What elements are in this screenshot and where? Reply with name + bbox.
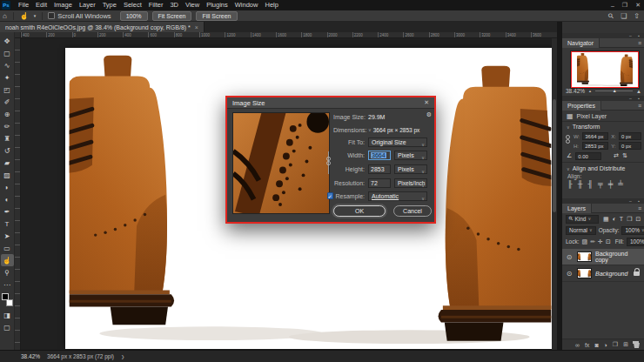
align-icon[interactable]: ╫ bbox=[578, 180, 583, 188]
tool-icon[interactable]: ◗ bbox=[1, 181, 14, 193]
y-field[interactable]: 0 px bbox=[619, 142, 641, 150]
filter-icon[interactable]: ❐ bbox=[627, 216, 632, 223]
menu-item[interactable]: Help bbox=[261, 1, 281, 9]
menu-item[interactable]: Type bbox=[99, 1, 120, 9]
slider-thumb-icon[interactable]: ▲ bbox=[613, 88, 617, 93]
layer-name[interactable]: Background copy bbox=[595, 251, 642, 263]
tool-icon[interactable]: ⋯ bbox=[1, 278, 14, 291]
resolution-unit-select[interactable]: Pixels/Inch ∨ bbox=[394, 178, 427, 188]
tool-icon[interactable]: ↺ bbox=[1, 144, 14, 157]
panel-menu-icon[interactable]: ≡ bbox=[638, 103, 641, 109]
tool-icon[interactable]: ✦ bbox=[1, 71, 14, 84]
ok-button[interactable]: OK bbox=[333, 205, 386, 217]
search-icon[interactable]: ⚲ bbox=[607, 11, 616, 21]
menu-item[interactable]: Edit bbox=[32, 1, 50, 9]
zoom-in-icon[interactable]: ▲ bbox=[636, 89, 641, 94]
fit-screen-button[interactable]: Fit Screen bbox=[152, 11, 192, 21]
workspace-icon[interactable]: ❏ bbox=[621, 12, 627, 20]
restore-icon[interactable]: ❐ bbox=[622, 2, 627, 9]
width-field[interactable]: 3664 px bbox=[582, 132, 608, 140]
transform-section-header[interactable]: ∨ Transform bbox=[562, 122, 644, 131]
cancel-button[interactable]: Cancel bbox=[393, 205, 432, 217]
tool-icon[interactable]: ➤ bbox=[1, 230, 14, 242]
opacity-select[interactable]: 100% ∨ bbox=[621, 226, 644, 235]
zoom-100-button[interactable]: 100% bbox=[120, 11, 148, 21]
filter-icon[interactable]: T bbox=[620, 216, 623, 223]
navigator-zoom-slider[interactable]: ▲ bbox=[595, 90, 633, 91]
delete-layer-icon[interactable] bbox=[634, 341, 640, 348]
fill-screen-button[interactable]: Fill Screen bbox=[196, 11, 237, 21]
hand-tool-preset-icon[interactable]: ☝ bbox=[20, 12, 29, 20]
tool-icon[interactable]: T bbox=[1, 218, 14, 230]
menu-item[interactable]: Select bbox=[120, 1, 145, 9]
layers-tab[interactable]: Layers bbox=[562, 204, 592, 213]
foreground-color-swatch[interactable] bbox=[2, 293, 9, 300]
minimize-icon[interactable]: – bbox=[611, 3, 614, 9]
status-chevron-icon[interactable]: ❯ bbox=[121, 354, 124, 359]
tool-icon[interactable]: ✥ bbox=[1, 35, 14, 47]
properties-tab[interactable]: Properties bbox=[562, 101, 601, 111]
tool-icon[interactable]: ◨ bbox=[1, 309, 14, 321]
width-input[interactable]: 3664 bbox=[368, 151, 391, 160]
layers-action-icon[interactable]: ❐ bbox=[613, 341, 618, 348]
navigator-thumbnail[interactable] bbox=[571, 51, 639, 88]
blend-mode-select[interactable]: Normal ∨ bbox=[566, 226, 596, 235]
layers-action-icon[interactable]: ◙ bbox=[594, 342, 598, 348]
align-icon[interactable]: ╢ bbox=[587, 180, 593, 188]
chevron-down-icon[interactable]: ∨ bbox=[368, 127, 372, 132]
tool-icon[interactable]: ✒ bbox=[1, 205, 14, 218]
link-dimensions-icon[interactable] bbox=[566, 134, 571, 148]
menu-item[interactable]: Plugins bbox=[203, 1, 231, 9]
height-input[interactable]: 2853 bbox=[368, 164, 391, 174]
panel-menu-icon[interactable]: ≡ bbox=[638, 205, 641, 211]
layer-row-background[interactable]: ⊙ Background bbox=[562, 265, 644, 282]
close-icon[interactable]: ✕ bbox=[635, 2, 641, 9]
dialog-close-icon[interactable]: ✕ bbox=[424, 99, 429, 106]
lock-icon[interactable]: ✛ bbox=[598, 238, 603, 245]
dialog-preview-image[interactable] bbox=[232, 112, 330, 214]
kind-filter-select[interactable]: ⚲ Kind ∨ bbox=[566, 215, 599, 224]
status-zoom-value[interactable]: 38.42% bbox=[21, 353, 40, 359]
zoom-out-icon[interactable]: ▲ bbox=[588, 89, 592, 93]
tool-icon[interactable]: ∿ bbox=[1, 59, 14, 71]
tool-icon[interactable]: ⚲ bbox=[1, 266, 14, 278]
resample-select[interactable]: Automatic ∨ bbox=[368, 191, 427, 201]
navigator-tab[interactable]: Navigator bbox=[562, 38, 600, 48]
fill-select[interactable]: 100% ∨ bbox=[627, 238, 644, 246]
align-icon[interactable]: ╧ bbox=[618, 180, 623, 188]
chevron-down-icon[interactable]: ▾ bbox=[34, 13, 37, 18]
filter-icon[interactable]: ◐ bbox=[613, 216, 616, 223]
filter-icon[interactable]: ⊡ bbox=[635, 216, 641, 223]
align-section-header[interactable]: ∨ Align and Distribute bbox=[562, 164, 644, 173]
lock-icon[interactable]: ✏ bbox=[590, 238, 595, 245]
menu-item[interactable]: Image bbox=[50, 1, 76, 9]
scrollbar-thumb[interactable] bbox=[553, 99, 556, 212]
panel-menu-icon[interactable]: ≡ bbox=[638, 40, 641, 46]
filter-icon[interactable]: ▦ bbox=[603, 216, 609, 223]
layers-action-icon[interactable]: ⊞ bbox=[623, 341, 628, 348]
flip-horizontal-icon[interactable]: ⇄ bbox=[614, 152, 619, 159]
layers-action-icon[interactable]: ◑ bbox=[604, 342, 607, 348]
color-swatches[interactable] bbox=[2, 293, 13, 306]
menu-item[interactable]: File bbox=[15, 1, 32, 9]
height-unit-select[interactable]: Pixels ∨ bbox=[394, 164, 427, 174]
fit-to-select[interactable]: Original Size ∨ bbox=[368, 137, 427, 147]
tool-icon[interactable]: ⊕ bbox=[1, 108, 14, 120]
align-icon[interactable]: ╤ bbox=[598, 180, 603, 188]
tool-icon[interactable]: ▢ bbox=[1, 47, 14, 59]
tool-icon[interactable]: ◐ bbox=[1, 193, 14, 205]
dialog-title-bar[interactable]: Image Size ✕ bbox=[227, 97, 434, 109]
tool-icon[interactable]: ◰ bbox=[1, 84, 14, 96]
hand-tool-icon[interactable]: ☝ bbox=[1, 254, 14, 266]
tool-icon[interactable]: ♜ bbox=[1, 132, 14, 144]
layers-action-icon[interactable]: ∞ bbox=[575, 342, 580, 348]
document-tab[interactable]: noah smith R4eOiCleOOs.jpg @ 38.4% (Back… bbox=[0, 22, 205, 32]
height-field[interactable]: 2853 px bbox=[582, 142, 608, 150]
menu-item[interactable]: Layer bbox=[76, 1, 99, 9]
align-icon[interactable]: ╪ bbox=[608, 180, 614, 188]
tool-icon[interactable]: ▭ bbox=[1, 242, 14, 254]
scroll-all-windows-checkbox[interactable] bbox=[48, 12, 55, 19]
navigator-zoom-value[interactable]: 38.42% bbox=[566, 88, 585, 94]
tool-icon[interactable]: ▢ bbox=[1, 321, 14, 333]
resolution-input[interactable]: 72 bbox=[368, 178, 391, 188]
